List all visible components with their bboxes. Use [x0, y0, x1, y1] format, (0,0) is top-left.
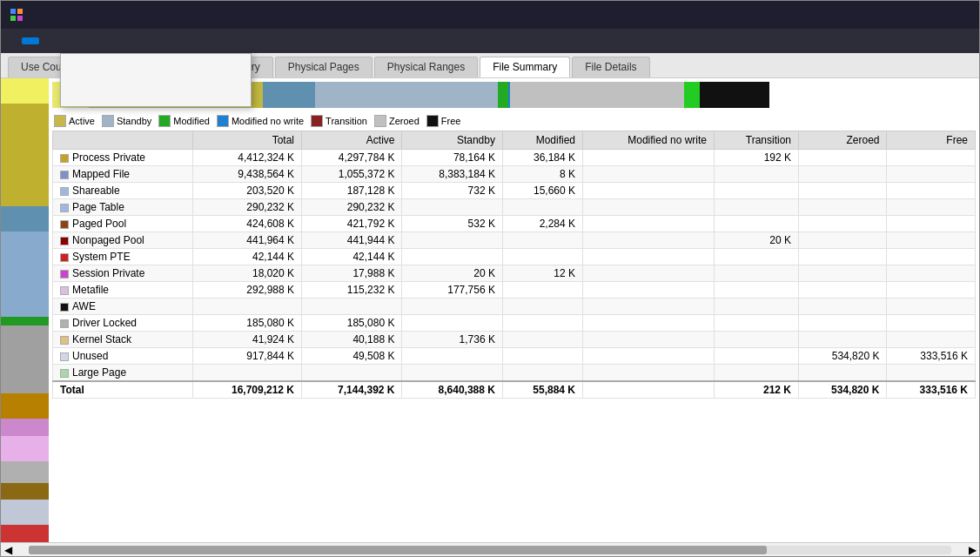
- tab-physical-pages[interactable]: Physical Pages: [275, 57, 373, 77]
- dropdown-item-3[interactable]: [61, 85, 251, 96]
- legend-item-modified-no-write: Modified no write: [217, 115, 304, 127]
- cell-1-0: 9,438,564 K: [193, 166, 302, 183]
- cell-9-0: [193, 299, 302, 315]
- cell-8-5: [714, 282, 798, 299]
- dropdown-item-0[interactable]: [61, 54, 251, 64]
- tab-file-summary[interactable]: File Summary: [480, 57, 570, 77]
- menu-empty[interactable]: [22, 37, 39, 44]
- row-color-indicator: [60, 253, 69, 262]
- cell-12-4: [583, 348, 715, 365]
- legend-label: Active: [69, 116, 95, 126]
- scroll-track[interactable]: [29, 546, 951, 554]
- tab-physical-ranges[interactable]: Physical Ranges: [374, 57, 478, 77]
- cell-3-7: [887, 199, 976, 216]
- cell-7-3: 12 K: [502, 265, 582, 282]
- cell-5-5: 20 K: [714, 232, 798, 249]
- row-color-indicator: [60, 319, 69, 328]
- cell-4-7: [887, 216, 976, 232]
- table-row: Nonpaged Pool441,964 K441,944 K20 K: [53, 232, 976, 249]
- row-label: Driver Locked: [53, 315, 193, 332]
- total-cell-6: 534,820 K: [799, 381, 887, 399]
- table-row: Unused917,844 K49,508 K534,820 K333,516 …: [53, 348, 976, 365]
- cell-7-0: 18,020 K: [193, 265, 302, 282]
- empty-dropdown: [60, 53, 252, 107]
- sidebar-segment: [1, 393, 49, 419]
- scrollbar[interactable]: ◀ ▶: [1, 542, 979, 556]
- cell-6-1: 42,144 K: [302, 249, 402, 265]
- cell-2-1: 187,128 K: [302, 183, 402, 199]
- row-color-indicator: [60, 286, 69, 295]
- app-window: Use CountsProcessesPriority SummaryPhysi…: [0, 0, 980, 557]
- cell-2-2: 732 K: [402, 183, 502, 199]
- sidebar-segment: [1, 104, 49, 205]
- data-table[interactable]: TotalActiveStandbyModifiedModified no wr…: [52, 131, 976, 539]
- cell-4-5: [714, 216, 798, 232]
- row-color-indicator: [60, 171, 69, 179]
- cell-9-7: [887, 299, 976, 315]
- cell-0-0: 4,412,324 K: [193, 150, 302, 166]
- total-cell-7: 333,516 K: [887, 381, 976, 399]
- scroll-left[interactable]: ◀: [1, 544, 15, 556]
- table-row: Large Page: [53, 365, 976, 382]
- cell-3-6: [799, 199, 887, 216]
- viz-segment: [700, 82, 769, 108]
- cell-0-7: [887, 150, 976, 166]
- scroll-thumb[interactable]: [29, 546, 767, 554]
- total-cell-4: [583, 381, 715, 399]
- minimize-button[interactable]: [852, 1, 892, 29]
- close-button[interactable]: [932, 1, 972, 29]
- cell-2-0: 203,520 K: [193, 183, 302, 199]
- cell-1-5: [714, 166, 798, 183]
- cell-12-0: 917,844 K: [193, 348, 302, 365]
- legend-item-active: Active: [54, 115, 95, 127]
- cell-9-4: [583, 299, 715, 315]
- dropdown-item-1[interactable]: [61, 64, 251, 75]
- sidebar-segment: [1, 325, 49, 393]
- row-label: Shareable: [53, 183, 193, 199]
- col-header-8: Free: [887, 131, 976, 150]
- cell-11-4: [583, 332, 715, 348]
- sidebar-segment: [1, 78, 49, 104]
- cell-5-1: 441,944 K: [302, 232, 402, 249]
- cell-2-7: [887, 183, 976, 199]
- cell-12-3: [502, 348, 582, 365]
- col-header-4: Modified: [502, 131, 582, 150]
- cell-2-6: [799, 183, 887, 199]
- cell-6-6: [799, 249, 887, 265]
- dropdown-item-2[interactable]: [61, 75, 251, 85]
- cell-9-3: [502, 299, 582, 315]
- cell-3-5: [714, 199, 798, 216]
- cell-13-6: [799, 365, 887, 382]
- cell-3-1: 290,232 K: [302, 199, 402, 216]
- cell-2-4: [583, 183, 715, 199]
- row-color-indicator: [60, 187, 69, 196]
- cell-12-5: [714, 348, 798, 365]
- dropdown-item-4[interactable]: [61, 96, 251, 106]
- legend-item-zeroed: Zeroed: [374, 115, 420, 127]
- menu-help[interactable]: [39, 37, 57, 44]
- sidebar-segment: [1, 525, 49, 542]
- tab-file-details[interactable]: File Details: [572, 57, 649, 77]
- legend-color: [374, 115, 386, 127]
- cell-5-3: [502, 232, 582, 249]
- row-label: Kernel Stack: [53, 332, 193, 348]
- legend-label: Standby: [117, 116, 151, 126]
- row-color-indicator: [60, 154, 69, 163]
- scroll-right[interactable]: ▶: [965, 544, 979, 556]
- cell-5-2: [402, 232, 502, 249]
- col-header-2: Active: [302, 131, 402, 150]
- menu-file[interactable]: [4, 37, 22, 44]
- row-label: Session Private: [53, 265, 193, 282]
- viz-segment: [263, 82, 315, 108]
- cell-11-1: 40,188 K: [302, 332, 402, 348]
- viz-segment: [498, 82, 508, 108]
- maximize-button[interactable]: [892, 1, 932, 29]
- viz-segment: [315, 82, 498, 108]
- table-row: Mapped File9,438,564 K1,055,372 K8,383,1…: [53, 166, 976, 183]
- sidebar-segment: [1, 436, 49, 461]
- cell-4-4: [583, 216, 715, 232]
- row-label: Unused: [53, 348, 193, 365]
- cell-8-0: 292,988 K: [193, 282, 302, 299]
- cell-10-0: 185,080 K: [193, 315, 302, 332]
- sidebar-segment: [1, 206, 49, 232]
